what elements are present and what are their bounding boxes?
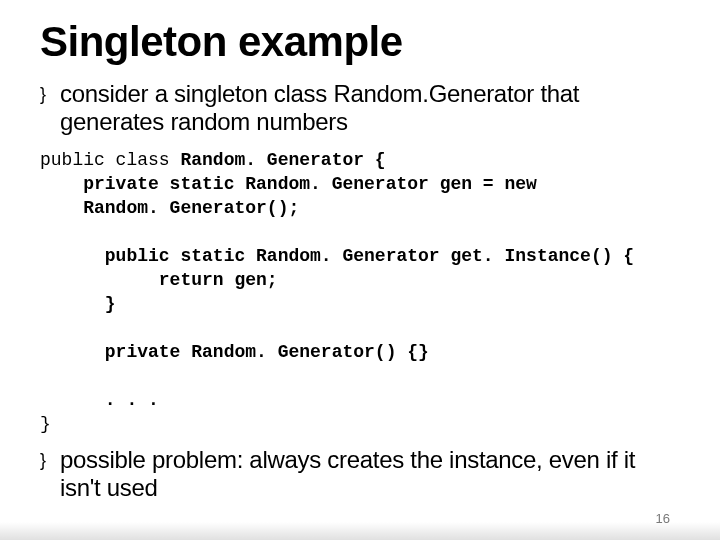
code-line: public class — [40, 150, 180, 170]
code-line: private Random. Generator() {} — [40, 342, 429, 362]
bullet-item: } possible problem: always creates the i… — [40, 446, 680, 502]
bullet-item: } consider a singleton class Random.Gene… — [40, 80, 680, 136]
code-line: public static Random. Generator get. Ins… — [40, 246, 634, 266]
bullet-text: consider a singleton class Random.Genera… — [60, 80, 680, 136]
bullet-icon: } — [40, 446, 60, 474]
code-line: . . . — [40, 390, 159, 410]
code-line: } — [40, 294, 116, 314]
code-block: public class Random. Generator { private… — [40, 148, 680, 436]
slide-title: Singleton example — [40, 18, 680, 66]
code-line: } — [40, 414, 51, 434]
code-line: Random. Generator { — [180, 150, 385, 170]
bullet-text: possible problem: always creates the ins… — [60, 446, 680, 502]
code-line: Random. Generator(); — [40, 198, 299, 218]
code-line: private static Random. Generator gen = n… — [40, 174, 537, 194]
page-number: 16 — [656, 511, 670, 526]
slide-shadow — [0, 522, 720, 540]
code-line: return gen; — [40, 270, 278, 290]
bullet-icon: } — [40, 80, 60, 108]
